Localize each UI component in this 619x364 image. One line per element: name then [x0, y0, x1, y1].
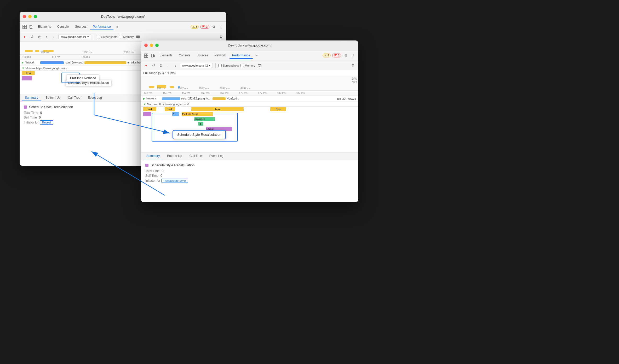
front-summary-title-text: Schedule Style Recalculation — [151, 163, 194, 167]
back-reveal-btn[interactable]: Reveal — [40, 120, 53, 125]
front-task-2[interactable]: Task — [165, 107, 175, 111]
front-e-block[interactable]: E... — [172, 112, 179, 116]
back-tab-call-tree[interactable]: Call Tree — [65, 95, 84, 101]
front-task-3[interactable]: Task — [191, 107, 244, 111]
back-inspect-icon[interactable] — [22, 24, 27, 30]
front-purple-block[interactable] — [143, 112, 151, 116]
front-memory-check[interactable]: Memory — [240, 64, 255, 67]
front-memory-checkbox[interactable] — [240, 64, 244, 67]
front-cpu-label: CPU — [352, 77, 357, 80]
back-screenshot-capture-icon[interactable] — [135, 34, 141, 40]
back-mark-2: 1996 ms — [82, 51, 92, 54]
back-warn-badge: ⚠ 3 — [191, 25, 199, 29]
front-device-icon[interactable] — [150, 53, 156, 58]
back-screenshots-checkbox[interactable] — [97, 35, 100, 38]
back-download-icon[interactable]: ↓ — [51, 34, 57, 40]
back-perf-settings-icon[interactable]: ⚙ — [218, 34, 224, 40]
front-tab-elements[interactable]: Elements — [157, 52, 175, 59]
front-task-1[interactable]: Task — [143, 107, 156, 111]
back-tab-bottom-up[interactable]: Bottom-Up — [42, 95, 64, 101]
front-more-tabs-icon[interactable]: » — [254, 53, 260, 58]
front-record-icon[interactable]: ● — [143, 63, 149, 68]
back-url-arrow[interactable]: ▾ — [87, 35, 89, 38]
front-flame-chart: Task Task Task Task E... Evaluate Script — [141, 107, 358, 152]
back-tab-summary[interactable]: Summary — [22, 95, 41, 101]
front-full-range: Full range (5342.99ms) — [141, 70, 358, 76]
front-close-btn[interactable] — [144, 44, 148, 47]
back-clear-icon[interactable]: ⊘ — [36, 34, 42, 40]
front-perf-settings-icon[interactable]: ⚙ — [350, 63, 356, 68]
back-more-tabs-icon[interactable]: » — [114, 24, 120, 30]
front-evaluate-block[interactable]: Evaluate Script — [182, 112, 213, 116]
back-mark-1: 996 ms — [41, 51, 49, 54]
back-screenshots-check[interactable]: Screenshots — [97, 35, 117, 38]
front-tab-sources[interactable]: Sources — [194, 52, 211, 59]
back-more-icon[interactable]: ⋮ — [218, 24, 224, 30]
front-ruler-m8: 182 ms — [277, 92, 286, 95]
front-tab-event-log[interactable]: Event Log — [206, 153, 227, 159]
back-network-text-1: .com/ (www.goo — [65, 61, 83, 64]
back-upload-icon[interactable]: ↑ — [44, 34, 49, 40]
front-ruler-m6: 172 ms — [239, 92, 248, 95]
front-download-icon[interactable]: ↓ — [173, 63, 178, 68]
back-tab-console[interactable]: Console — [55, 24, 71, 30]
front-err-badge: 🚩 2 — [332, 54, 341, 57]
svg-rect-2 — [23, 27, 24, 29]
front-reload-icon[interactable]: ↺ — [151, 63, 156, 68]
back-task-block-1[interactable]: Task — [22, 71, 35, 75]
front-main-label: Main — https://www.google.com/ — [147, 103, 189, 106]
front-tab-bottom-up[interactable]: Bottom-Up — [164, 153, 185, 159]
front-settings-icon[interactable]: ⚙ — [343, 53, 349, 58]
front-mini-timeline: CPU NET 997 ms 1997 ms 2997 ms 3997 ms 4… — [141, 76, 358, 91]
back-reload-icon[interactable]: ↺ — [29, 34, 35, 40]
front-warn-count: 4 — [328, 54, 329, 57]
back-record-icon[interactable]: ● — [22, 34, 27, 40]
front-inspect-icon[interactable] — [143, 53, 149, 58]
back-url-badge: www.google.com #1 ▾ — [58, 34, 91, 39]
front-summary-panel: Schedule Style Recalculation Total Time … — [141, 160, 358, 186]
front-tab-performance[interactable]: Performance — [230, 52, 253, 59]
back-min-btn[interactable] — [28, 15, 32, 18]
front-p-block[interactable]: p — [198, 122, 203, 126]
front-screenshots-checkbox[interactable] — [218, 64, 222, 67]
front-total-time-value: 0 — [162, 169, 164, 173]
front-window-title: DevTools - www.google.com/ — [228, 43, 272, 47]
front-googlecv-block[interactable]: google.cv — [194, 117, 215, 121]
front-screenshot-capture-icon[interactable] — [257, 63, 262, 68]
back-tab-elements[interactable]: Elements — [35, 24, 54, 30]
front-min-btn[interactable] — [150, 44, 153, 47]
front-toolbar2: ● ↺ ⊘ ↑ ↓ www.google.com #2 ▾ Screenshot… — [141, 61, 358, 70]
front-max-btn[interactable] — [155, 44, 159, 47]
front-url-badge: www.google.com #2 ▾ — [180, 63, 213, 68]
back-settings-icon[interactable]: ⚙ — [211, 24, 217, 30]
svg-point-15 — [259, 65, 260, 66]
back-memory-checkbox[interactable] — [119, 35, 122, 38]
front-warn-icon: ⚠ — [324, 54, 327, 57]
front-more-icon[interactable]: ⋮ — [350, 53, 356, 58]
front-clear-icon[interactable]: ⊘ — [158, 63, 164, 68]
back-tab-event-log[interactable]: Event Log — [85, 95, 105, 101]
front-tab-network[interactable]: Network — [212, 52, 228, 59]
front-ruler-m5: 167 ms — [220, 92, 228, 95]
back-max-btn[interactable] — [34, 15, 37, 18]
front-recalculate-btn[interactable]: Recalculate Style — [161, 179, 188, 183]
back-tab-bar: Elements Console Sources Performance » ⚠… — [20, 22, 226, 32]
back-network-bar-1 — [40, 61, 64, 64]
back-tab-performance[interactable]: Performance — [90, 24, 113, 30]
back-tab-sources[interactable]: Sources — [72, 24, 89, 30]
front-upload-icon[interactable]: ↑ — [165, 63, 171, 68]
front-screenshots-check[interactable]: Screenshots — [218, 64, 239, 67]
front-tab-call-tree[interactable]: Call Tree — [186, 153, 205, 159]
back-device-icon[interactable] — [28, 24, 34, 30]
back-self-time-value: 0 — [39, 116, 41, 119]
front-bottom-tabs: Summary Bottom-Up Call Tree Event Log — [141, 152, 358, 160]
back-close-btn[interactable] — [23, 15, 26, 18]
back-style-block-1[interactable] — [22, 76, 32, 80]
front-ruler-m1: 147 ms — [144, 92, 152, 95]
front-tab-console[interactable]: Console — [176, 52, 193, 59]
front-url-arrow[interactable]: ▾ — [209, 64, 210, 67]
front-initiator-row: Initiator for Recalculate Style — [145, 179, 354, 183]
front-tab-summary[interactable]: Summary — [143, 153, 163, 159]
back-memory-check[interactable]: Memory — [119, 35, 134, 38]
front-task-4[interactable]: Task — [270, 107, 286, 111]
